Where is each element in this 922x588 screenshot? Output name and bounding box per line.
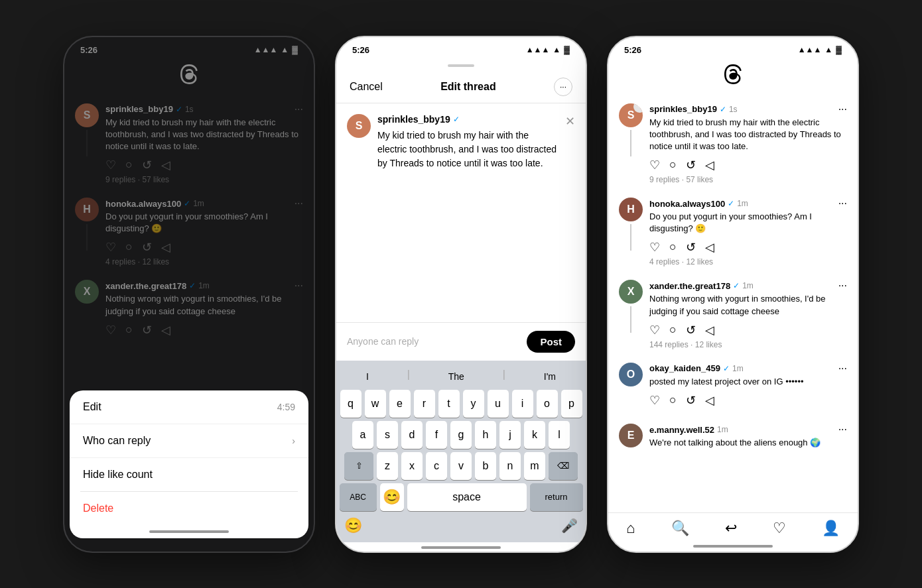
key-j[interactable]: j bbox=[499, 421, 521, 449]
post-time-4-right: 1m bbox=[732, 364, 744, 373]
key-s[interactable]: s bbox=[377, 421, 398, 449]
abc-key[interactable]: ABC bbox=[340, 483, 377, 511]
like-icon-4-right[interactable]: ♡ bbox=[649, 393, 660, 408]
home-bar-sheet bbox=[149, 530, 229, 533]
post-item-1-right: S ✎ sprinkles_bby19 ✓ 1s ··· My kid trie… bbox=[608, 97, 858, 192]
emoji-bottom-icon[interactable]: 😊 bbox=[344, 517, 362, 534]
edit-menu-item[interactable]: Edit 4:59 bbox=[70, 390, 308, 424]
repost-icon-3-right[interactable]: ↺ bbox=[686, 323, 696, 337]
post-time-2-right: 1m bbox=[737, 199, 748, 208]
reply-hint-text: Anyone can reply bbox=[347, 336, 419, 347]
post-more-4-right[interactable]: ··· bbox=[838, 363, 847, 375]
post-more-2-right[interactable]: ··· bbox=[838, 198, 847, 209]
key-q[interactable]: q bbox=[340, 390, 362, 418]
post-button[interactable]: Post bbox=[527, 331, 575, 353]
like-icon-3-right[interactable]: ♡ bbox=[649, 323, 660, 337]
edit-thread-title: Edit thread bbox=[440, 81, 496, 93]
compose-nav-icon[interactable]: ↩ bbox=[725, 520, 737, 537]
suggestion-3[interactable]: I'm bbox=[539, 369, 561, 384]
avatar-1-right: S ✎ bbox=[619, 103, 643, 127]
return-key[interactable]: return bbox=[530, 483, 583, 511]
suggestion-1[interactable]: I bbox=[361, 369, 374, 384]
battery-icon-mid: ▓ bbox=[564, 45, 570, 54]
share-icon-2-right[interactable]: ◁ bbox=[705, 240, 714, 255]
keyboard-row-3: ⇧ z x c v b n m ⌫ bbox=[339, 452, 583, 480]
edit-post-content: sprinkles_bby19 ✓ My kid tried to brush … bbox=[377, 114, 559, 170]
home-indicator-right bbox=[608, 542, 858, 552]
edit-label: Edit bbox=[83, 401, 101, 413]
key-l[interactable]: l bbox=[549, 421, 570, 449]
edit-spacer bbox=[336, 181, 586, 322]
comment-icon-1-right[interactable]: ○ bbox=[669, 158, 677, 172]
hide-like-count-menu-item[interactable]: Hide like count bbox=[70, 458, 308, 491]
key-i[interactable]: i bbox=[512, 390, 533, 418]
emoji-key[interactable]: 😊 bbox=[380, 483, 404, 511]
key-n[interactable]: n bbox=[499, 452, 521, 480]
key-r[interactable]: r bbox=[414, 390, 435, 418]
suggestion-divider-1: | bbox=[407, 369, 410, 384]
key-y[interactable]: y bbox=[463, 390, 484, 418]
like-nav-icon[interactable]: ♡ bbox=[773, 520, 786, 537]
delete-label: Delete bbox=[83, 502, 113, 514]
key-t[interactable]: t bbox=[438, 390, 460, 418]
mic-icon[interactable]: 🎤 bbox=[561, 518, 578, 534]
comment-icon-4-right[interactable]: ○ bbox=[669, 393, 677, 408]
key-f[interactable]: f bbox=[426, 421, 447, 449]
key-a[interactable]: a bbox=[352, 421, 373, 449]
keyboard-row-4: ABC 😊 space return bbox=[339, 483, 583, 511]
key-k[interactable]: k bbox=[524, 421, 545, 449]
suggestion-2[interactable]: The bbox=[443, 369, 470, 384]
post-content-5-right: e.manny.well.52 1m ··· We're not talking… bbox=[649, 424, 847, 454]
like-icon-1-right[interactable]: ♡ bbox=[649, 158, 660, 172]
chevron-right-icon: › bbox=[292, 436, 295, 446]
share-icon-4-right[interactable]: ◁ bbox=[705, 393, 714, 408]
profile-nav-icon[interactable]: 👤 bbox=[822, 520, 840, 537]
thread-line-3-right bbox=[630, 306, 631, 333]
key-d[interactable]: d bbox=[401, 421, 423, 449]
bottom-nav-right: ⌂ 🔍 ↩ ♡ 👤 bbox=[608, 512, 858, 542]
edit-header: Cancel Edit thread ··· bbox=[336, 70, 586, 103]
comment-icon-3-right[interactable]: ○ bbox=[669, 323, 677, 337]
post-more-1-right[interactable]: ··· bbox=[838, 103, 847, 115]
more-options-button[interactable]: ··· bbox=[554, 78, 572, 96]
key-x[interactable]: x bbox=[401, 452, 423, 480]
comment-icon-2-right[interactable]: ○ bbox=[669, 240, 677, 255]
edit-post-text[interactable]: My kid tried to brush my hair with the e… bbox=[377, 129, 559, 170]
key-w[interactable]: w bbox=[365, 390, 386, 418]
home-nav-icon[interactable]: ⌂ bbox=[626, 520, 635, 537]
wifi-icon-mid: ▲ bbox=[553, 45, 560, 54]
like-icon-2-right[interactable]: ♡ bbox=[649, 240, 660, 255]
key-g[interactable]: g bbox=[450, 421, 472, 449]
delete-menu-item[interactable]: Delete bbox=[70, 492, 308, 525]
cancel-button[interactable]: Cancel bbox=[350, 81, 383, 93]
repost-icon-1-right[interactable]: ↺ bbox=[686, 158, 696, 172]
repost-icon-2-right[interactable]: ↺ bbox=[686, 240, 696, 255]
shift-key[interactable]: ⇧ bbox=[344, 452, 373, 480]
who-can-reply-menu-item[interactable]: Who can reply › bbox=[70, 424, 308, 458]
post-text-1-right: My kid tried to brush my hair with the e… bbox=[649, 117, 847, 153]
key-z[interactable]: z bbox=[377, 452, 398, 480]
post-more-3-right[interactable]: ··· bbox=[838, 280, 847, 292]
post-header-left-2-right: honoka.always100 ✓ 1m bbox=[649, 199, 748, 209]
key-e[interactable]: e bbox=[389, 390, 411, 418]
signal-icon-right: ▲▲▲ bbox=[798, 45, 822, 54]
key-h[interactable]: h bbox=[475, 421, 496, 449]
share-icon-3-right[interactable]: ◁ bbox=[705, 323, 714, 337]
key-b[interactable]: b bbox=[475, 452, 496, 480]
post-content-3-right: xander.the.great178 ✓ 1m ··· Nothing wro… bbox=[649, 280, 847, 349]
key-v[interactable]: v bbox=[450, 452, 472, 480]
share-icon-1-right[interactable]: ◁ bbox=[705, 158, 714, 172]
search-nav-icon[interactable]: 🔍 bbox=[671, 520, 689, 537]
key-o[interactable]: o bbox=[537, 390, 558, 418]
delete-key[interactable]: ⌫ bbox=[549, 452, 578, 480]
key-m[interactable]: m bbox=[524, 452, 545, 480]
post-more-5-right[interactable]: ··· bbox=[838, 424, 847, 436]
key-p[interactable]: p bbox=[561, 390, 582, 418]
post-header-5-right: e.manny.well.52 1m ··· bbox=[649, 424, 847, 436]
close-edit-icon[interactable]: ✕ bbox=[565, 114, 575, 170]
key-u[interactable]: u bbox=[488, 390, 509, 418]
space-key[interactable]: space bbox=[407, 483, 527, 511]
repost-icon-4-right[interactable]: ↺ bbox=[686, 393, 696, 408]
post-time-1-right: 1s bbox=[729, 105, 738, 114]
key-c[interactable]: c bbox=[426, 452, 447, 480]
